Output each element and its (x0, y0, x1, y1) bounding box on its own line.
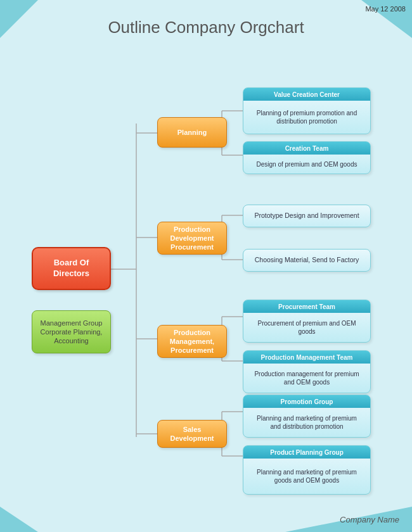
board-label: Board Of Directors (37, 258, 106, 279)
sales-dev-label: Sales Development (162, 425, 222, 443)
prod-mgmt-label: Production Management, Procurement (162, 328, 222, 355)
chart-area: Board Of Directors Management Group Corp… (13, 48, 406, 507)
prodmgmt-title: Production Management Team (261, 353, 353, 362)
mgmt-label: Management Group Corporate Planning, Acc… (41, 319, 103, 346)
promo-title: Promotion Group (281, 398, 333, 406)
vcc-header: Value Creation Center (243, 88, 370, 101)
sales-development-node: Sales Development (157, 420, 227, 448)
product-title: Product Planning Group (270, 448, 344, 457)
value-creation-center-node: Value Creation Center Planning of premiu… (243, 87, 371, 134)
management-group-node: Management Group Corporate Planning, Acc… (32, 310, 111, 353)
vcc-body: Planning of premium promotion and distri… (243, 101, 370, 134)
product-header: Product Planning Group (243, 446, 370, 459)
prod-management-team-node: Production Management Team Production ma… (243, 350, 371, 393)
vcc-title: Value Creation Center (274, 91, 340, 99)
planning-node: Planning (157, 117, 227, 148)
proc-body: Procurement of premium and OEM goods (243, 313, 370, 342)
page-title: Outline Company Orgchart (0, 18, 412, 37)
prodmgmt-body: Production management for premium and OE… (243, 364, 370, 393)
board-of-directors-node: Board Of Directors (32, 247, 111, 290)
material-label: Choosing Material, Send to Factory (255, 256, 359, 265)
product-body: Planning and marketing of premium goods … (243, 459, 370, 494)
promo-header: Promotion Group (243, 395, 370, 408)
material-node: Choosing Material, Send to Factory (243, 249, 371, 272)
prod-dev-label: Production Development Procurement (162, 225, 222, 252)
procurement-team-node: Procurement Team Procurement of premium … (243, 300, 371, 343)
proc-header: Procurement Team (243, 300, 370, 313)
proto-label: Prototype Design and Improvement (254, 212, 359, 220)
product-planning-group-node: Product Planning Group Planning and mark… (243, 445, 371, 495)
creation-title: Creation Team (285, 144, 329, 153)
prototype-node: Prototype Design and Improvement (243, 205, 371, 227)
date-label: May 12 2008 (365, 5, 406, 13)
production-management-node: Production Management, Procurement (157, 325, 227, 358)
creation-body: Design of premium and OEM goods (243, 155, 370, 174)
prodmgmt-header: Production Management Team (243, 351, 370, 364)
production-development-node: Production Development Procurement (157, 222, 227, 255)
company-name: Company Name (340, 515, 399, 524)
promo-body: Planning and marketing of premium and di… (243, 408, 370, 437)
creation-header: Creation Team (243, 142, 370, 155)
promotion-group-node: Promotion Group Planning and marketing o… (243, 395, 371, 438)
proc-title: Procurement Team (278, 303, 335, 311)
planning-label: Planning (177, 128, 207, 137)
corner-bl-decoration (0, 507, 38, 532)
creation-team-node: Creation Team Design of premium and OEM … (243, 141, 371, 174)
